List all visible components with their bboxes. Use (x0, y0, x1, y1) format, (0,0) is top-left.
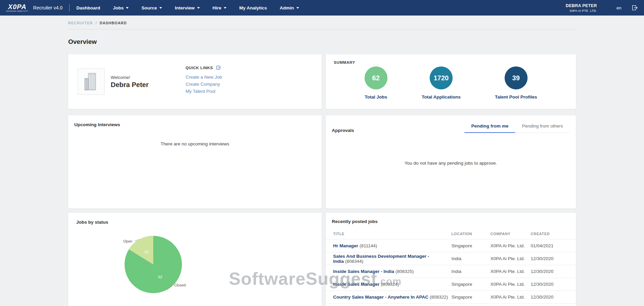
column-header-created: CREATED (531, 232, 568, 236)
xopa-logo[interactable]: X0PA MAXIMISING OBJECTIVITY (6, 3, 28, 12)
quick-links-title: QUICK LINKS (186, 66, 213, 70)
job-title-link[interactable]: Inside Sales Manager - India (333, 269, 394, 274)
product-name: Recruiter v4.0 (33, 5, 62, 10)
nav-item-source[interactable]: Source (141, 5, 162, 10)
job-company: X0PA Ai Pte. Ltd. (490, 256, 531, 261)
job-location: India (451, 269, 490, 274)
table-header: TITLE LOCATION COMPANY CREATED (326, 228, 576, 240)
edit-icon[interactable] (216, 65, 221, 70)
company-building-image (78, 68, 105, 95)
job-location: Singapore (451, 282, 490, 287)
column-header-location: LOCATION (451, 232, 490, 236)
main-nav: Dashboard Jobs Source Interview Hire My … (76, 5, 299, 10)
column-header-company: COMPANY (490, 232, 531, 236)
svg-text:Closed: Closed (174, 283, 186, 287)
nav-item-interview[interactable]: Interview (175, 5, 200, 10)
welcome-text: Welcome! Debra Peter (111, 75, 149, 89)
stat-circle: 1720 (430, 66, 453, 89)
page-title: Overview (68, 38, 576, 46)
navbar-right: DEBRA PETER X0PA AI PTE. LTD. en (566, 3, 638, 12)
nav-item-admin[interactable]: Admin (280, 5, 299, 10)
nav-item-label: Hire (213, 5, 221, 10)
svg-text:52: 52 (158, 275, 162, 279)
approvals-title: Approvals (332, 128, 354, 133)
column-header-title: TITLE (333, 232, 451, 236)
quick-links-list: Create a New Job Create Company My Talen… (186, 74, 222, 95)
nav-item-hire[interactable]: Hire (213, 5, 226, 10)
job-id: (811144) (359, 243, 377, 248)
job-location: Singapore (451, 243, 490, 248)
table-row[interactable]: Inside Sales Manager - India(808325) Ind… (326, 265, 576, 278)
breadcrumb-dashboard: DASHBOARD (100, 21, 127, 25)
job-id: (808322) (430, 295, 448, 300)
xopa-logo-text: X0PA (6, 3, 28, 10)
welcome-card: Welcome! Debra Peter QUICK LINKS Create … (68, 54, 322, 109)
user-name: DEBRA PETER (566, 3, 597, 8)
chevron-down-icon (159, 7, 162, 9)
upcoming-interviews-empty-message: There are no upcoming interviews (74, 141, 316, 146)
chevron-down-icon (224, 7, 226, 9)
table-row[interactable]: Country Sales Manager - Anywhere In APAC… (326, 291, 576, 304)
welcome-user-name: Debra Peter (111, 81, 149, 89)
user-company: X0PA AI PTE. LTD. (566, 9, 597, 12)
nav-item-label: Admin (280, 5, 294, 10)
job-title-link[interactable]: Country Sales Manager - Anywhere In APAC (333, 295, 428, 300)
upcoming-interviews-card: Upcoming Interviews There are no upcomin… (68, 115, 322, 208)
jobs-by-status-title: Jobs by status (76, 220, 314, 225)
navbar-divider (69, 4, 70, 11)
job-created: 12/30/2020 (531, 269, 568, 274)
job-title-link[interactable]: Inside Sales Manager (333, 282, 379, 287)
job-location: India (451, 256, 490, 261)
quick-link-my-talent-pool[interactable]: My Talent Pool (186, 88, 222, 95)
chevron-down-icon (126, 7, 129, 9)
quick-link-create-job[interactable]: Create a New Job (186, 74, 222, 81)
language-selector[interactable]: en (617, 5, 621, 10)
job-created: 12/30/2020 (531, 256, 568, 261)
jobs-by-status-card: Jobs by status 1052OpenClosed (68, 213, 322, 306)
job-company: X0PA Ai Pte. Ltd. (490, 282, 531, 287)
quick-link-create-company[interactable]: Create Company (186, 81, 222, 88)
nav-item-label: Source (141, 5, 157, 10)
xopa-logo-tagline: MAXIMISING OBJECTIVITY (6, 11, 28, 12)
nav-item-jobs[interactable]: Jobs (113, 5, 129, 10)
job-id: (808325) (396, 269, 414, 274)
table-row[interactable]: Hr Manager(811144) Singapore X0PA Ai Pte… (326, 240, 576, 252)
summary-title: SUMMARY (334, 60, 568, 64)
nav-item-label: Interview (175, 5, 195, 10)
logout-icon[interactable] (632, 5, 638, 11)
quick-links-section: QUICK LINKS Create a New Job Create Comp… (186, 62, 222, 101)
job-title-link[interactable]: Hr Manager (333, 243, 358, 248)
recent-jobs-table: TITLE LOCATION COMPANY CREATED Hr Manage… (326, 228, 576, 306)
stat-talent-pool-profiles: 39 Talent Pool Profiles (495, 66, 537, 100)
user-menu[interactable]: DEBRA PETER X0PA AI PTE. LTD. (566, 3, 597, 12)
summary-stats: 62 Total Jobs 1720 Total Applications 39… (334, 66, 568, 100)
tab-pending-from-me[interactable]: Pending from me (464, 122, 515, 133)
nav-item-label: Jobs (113, 5, 124, 10)
nav-item-label: My Analytics (239, 5, 267, 10)
breadcrumb-recruiter[interactable]: RECRUITER (68, 21, 93, 25)
welcome-greeting: Welcome! (111, 75, 149, 80)
top-navbar: X0PA MAXIMISING OBJECTIVITY Recruiter v4… (0, 0, 644, 16)
job-created: 12/30/2020 (531, 295, 568, 300)
recently-posted-jobs-title: Recently posted jobs (326, 219, 576, 224)
nav-item-my-analytics[interactable]: My Analytics (239, 5, 267, 10)
job-created: 12/30/2020 (531, 282, 568, 287)
job-id: (808344) (345, 259, 364, 264)
table-row[interactable]: Sales And Business Development Manager -… (326, 252, 576, 265)
job-company: X0PA Ai Pte. Ltd. (490, 243, 531, 248)
svg-text:10: 10 (144, 250, 149, 254)
jobs-status-pie: 1052OpenClosed (103, 227, 204, 302)
nav-item-label: Dashboard (76, 5, 100, 10)
job-id: (808324) (381, 282, 399, 287)
job-created: 01/04/2021 (531, 243, 568, 248)
stat-total-applications: 1720 Total Applications (422, 66, 461, 100)
summary-card: SUMMARY 62 Total Jobs 1720 Total Applica… (326, 54, 576, 109)
chevron-down-icon (197, 7, 200, 9)
nav-item-dashboard[interactable]: Dashboard (76, 5, 100, 10)
tab-pending-from-others[interactable]: Pending from others (515, 122, 570, 133)
recently-posted-jobs-card: Recently posted jobs TITLE LOCATION COMP… (326, 213, 576, 306)
table-row[interactable]: Inside Sales Manager(808324) Singapore X… (326, 278, 576, 291)
stat-label: Talent Pool Profiles (495, 94, 537, 100)
job-location: Singapore (451, 295, 490, 300)
stat-total-jobs: 62 Total Jobs (365, 66, 387, 100)
